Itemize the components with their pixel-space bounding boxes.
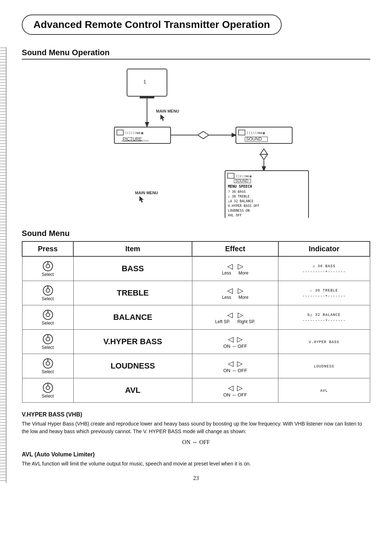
- svg-marker-14: [198, 131, 209, 139]
- indicator-bar: ↗ 36 BASS---------+-------: [302, 264, 346, 274]
- press-cell: Select: [22, 281, 73, 305]
- diagram-area: 1 MAIN MENU (() ♪♪♪ ⊞⊞ ▦ PICTURE (() ♪♪: [22, 65, 370, 218]
- col-indicator: Indicator: [278, 241, 370, 256]
- select-label: Select: [42, 272, 54, 277]
- svg-marker-25: [260, 154, 268, 160]
- page-title: Advanced Remote Control Transmitter Oper…: [33, 19, 270, 30]
- select-icon: [42, 260, 54, 272]
- col-press: Press: [22, 241, 73, 256]
- page-number: 23: [22, 475, 370, 481]
- svg-text:△4 32  BALANCE: △4 32 BALANCE: [228, 199, 253, 203]
- indicator-bar: AVL: [320, 389, 328, 393]
- indicator-bar: b△ 32 BALANCE---------+-------: [302, 313, 346, 322]
- svg-point-44: [46, 264, 50, 268]
- arrow-left: ◁: [228, 383, 233, 392]
- arrow-right: ▷: [237, 335, 242, 343]
- avl-heading: AVL (Auto Volume Limiter): [22, 451, 370, 458]
- svg-text:1: 1: [143, 79, 146, 85]
- arrow-left: ◁: [227, 262, 233, 270]
- svg-rect-2: [140, 96, 154, 98]
- effect-right-label: More: [238, 270, 248, 276]
- item-cell: BALANCE: [73, 305, 192, 330]
- table-row: Select V.HYPER BASS ◁ ▷ ON ↔ OFF V.HYPER…: [22, 330, 370, 354]
- select-icon: [42, 358, 54, 369]
- table-row: Select AVL ◁ ▷ ON ↔ OFF AVL: [22, 378, 370, 403]
- arrow-right: ▷: [238, 310, 243, 319]
- select-icon: [42, 285, 54, 296]
- table-row: Select LOUDNESS ◁ ▷ ON ↔ OFF LOUDNESS: [22, 354, 370, 378]
- effect-toggle: ON ↔ OFF: [197, 368, 274, 373]
- arrow-left: ◁: [228, 335, 233, 343]
- diagram-svg: 1 MAIN MENU (() ♪♪♪ ⊞⊞ ▦ PICTURE (() ♪♪: [69, 65, 323, 218]
- item-cell: V.HYPER BASS: [73, 330, 192, 354]
- select-label: Select: [42, 369, 54, 374]
- arrow-left: ◁: [227, 310, 233, 319]
- effect-left-label: Left SP.: [215, 319, 230, 324]
- svg-text:▦: ▦: [141, 131, 143, 135]
- select-icon: [42, 382, 54, 394]
- svg-text:MENU SPEECH: MENU SPEECH: [228, 184, 252, 188]
- svg-point-56: [46, 362, 50, 365]
- svg-text:((): ((): [125, 131, 131, 135]
- effect-left-label: Less: [222, 270, 231, 276]
- arrow-right: ▷: [238, 262, 243, 270]
- vhb-section: V.HYPER BASS (VHB) The Virtual Hyper Bas…: [22, 411, 370, 446]
- svg-text:V.HYPER BASS    OFF: V.HYPER BASS OFF: [228, 204, 260, 208]
- arrow-left: ◁: [227, 286, 233, 295]
- select-icon: [42, 333, 54, 345]
- indicator-cell: ↓ 36 TREBLE---------+-------: [278, 281, 370, 305]
- press-cell: Select: [22, 256, 73, 281]
- svg-text:♪♪♪: ♪♪♪: [252, 131, 258, 135]
- avl-section: AVL (Auto Volume Limiter) The AVL functi…: [22, 451, 370, 468]
- press-cell: Select: [22, 378, 73, 403]
- left-decorative-border: [0, 47, 7, 483]
- indicator-bar: LOUDNESS: [314, 365, 334, 369]
- svg-rect-0: [127, 69, 167, 96]
- select-label: Select: [42, 296, 54, 301]
- arrow-right: ▷: [237, 383, 242, 392]
- arrow-right: ▷: [237, 359, 242, 368]
- indicator-bar: V.HYPER BASS: [309, 340, 339, 344]
- select-label: Select: [42, 394, 54, 399]
- effect-toggle: ON ↔ OFF: [197, 343, 274, 349]
- indicator-cell: LOUDNESS: [278, 354, 370, 378]
- svg-text:▦: ▦: [263, 131, 265, 135]
- svg-text:MAIN MENU: MAIN MENU: [156, 109, 179, 113]
- svg-point-53: [46, 337, 50, 341]
- press-cell: Select: [22, 305, 73, 330]
- item-cell: BASS: [73, 256, 192, 281]
- svg-point-50: [46, 313, 50, 317]
- col-item: Item: [73, 241, 192, 256]
- effect-right-label: Right SP.: [237, 319, 255, 324]
- arrow-right: ▷: [238, 286, 243, 295]
- select-label: Select: [42, 345, 54, 350]
- select-label: Select: [42, 321, 54, 326]
- title-box: Advanced Remote Control Transmitter Oper…: [22, 15, 282, 35]
- svg-text:▦: ▦: [250, 175, 252, 178]
- effect-cell: ◁ ▷ Left SP. Right SP.: [192, 305, 278, 330]
- effect-cell: ◁ ▷ Less More: [192, 281, 278, 305]
- effect-toggle: ON ↔ OFF: [197, 392, 274, 398]
- sound-menu-table: Press Item Effect Indicator Select BASS …: [22, 241, 370, 403]
- press-cell: Select: [22, 354, 73, 378]
- svg-text:♪♪♪: ♪♪♪: [131, 131, 136, 135]
- effect-cell: ◁ ▷ ON ↔ OFF: [192, 354, 278, 378]
- effect-cell: ◁ ▷ Less More: [192, 256, 278, 281]
- svg-text:↓ 38  TREBLE: ↓ 38 TREBLE: [228, 195, 250, 198]
- table-row: Select BASS ◁ ▷ Less More ↗ 36 BASS-----…: [22, 256, 370, 281]
- table-row: Select BALANCE ◁ ▷ Left SP. Right SP. b△…: [22, 305, 370, 330]
- svg-text:LOUDNESS    ON: LOUDNESS ON: [228, 209, 250, 212]
- indicator-cell: ↗ 36 BASS---------+-------: [278, 256, 370, 281]
- vhb-text: The Virtual Hyper Bass (VHB) create and …: [22, 420, 370, 435]
- svg-text:MAIN MENU: MAIN MENU: [135, 191, 158, 195]
- effect-right-label: More: [238, 295, 248, 300]
- item-cell: LOUDNESS: [73, 354, 192, 378]
- svg-text:SOUND: SOUND: [246, 137, 262, 142]
- col-effect: Effect: [192, 241, 278, 256]
- svg-text:? 36  BASS: ? 36 BASS: [228, 190, 246, 194]
- table-row: Select TREBLE ◁ ▷ Less More ↓ 36 TREBLE-…: [22, 281, 370, 305]
- svg-text:⊞⊞: ⊞⊞: [245, 175, 249, 178]
- sound-menu-heading: Sound Menu: [22, 229, 370, 238]
- svg-text:♪♪♪: ♪♪♪: [240, 175, 246, 178]
- svg-point-59: [46, 386, 50, 390]
